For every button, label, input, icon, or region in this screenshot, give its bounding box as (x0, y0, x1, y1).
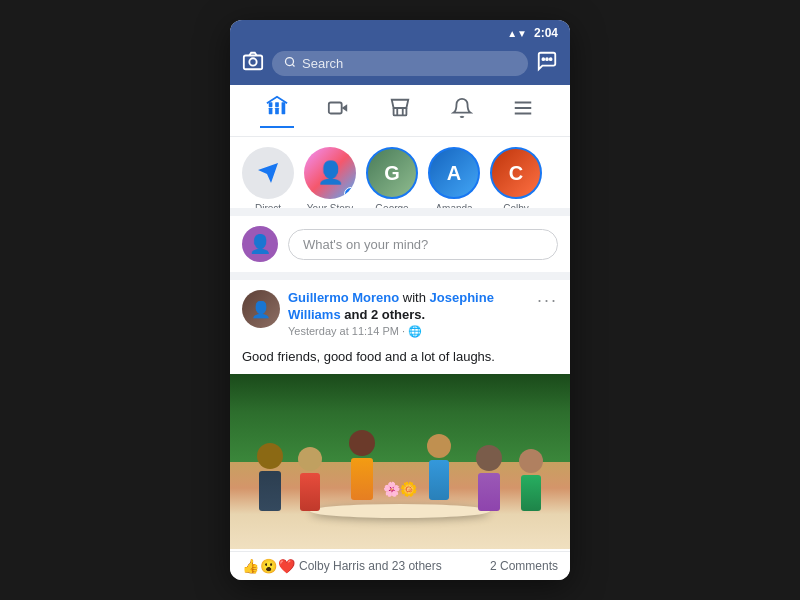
notifications-nav-icon[interactable] (445, 95, 479, 126)
direct-story-item[interactable]: Direct (242, 147, 294, 214)
current-user-avatar: 👤 (242, 226, 278, 262)
post-header: 👤 Guillermo Moreno with Josephine Willia… (230, 280, 570, 344)
post-text-content: Good friends, good food and a lot of lau… (230, 344, 570, 374)
nav-bar: Search (230, 44, 570, 85)
globe-icon: 🌐 (408, 325, 422, 338)
search-icon (284, 56, 296, 71)
create-post-bar[interactable]: 👤 What's on your mind? (230, 216, 570, 280)
camera-button[interactable] (242, 50, 264, 77)
colby-story-item[interactable]: C Colby (490, 147, 542, 214)
direct-label: Direct (255, 203, 281, 214)
stories-row: Direct 👤 + Your Story G George A Amanda (230, 137, 570, 216)
phone-frame: ▲▼ 2:04 Search (230, 20, 570, 580)
signal-icon: ▲▼ (507, 28, 527, 39)
messenger-button[interactable] (536, 50, 558, 77)
svg-rect-11 (329, 103, 342, 114)
your-story-avatar: 👤 + (304, 147, 356, 199)
post-options-button[interactable]: ··· (537, 290, 558, 311)
marketplace-nav-icon[interactable] (383, 95, 417, 126)
add-story-badge: + (344, 187, 356, 199)
colby-story-avatar: C (490, 147, 542, 199)
svg-rect-9 (275, 108, 279, 114)
reactions-count: Colby Harris and 23 others (299, 559, 442, 573)
post-user-info: 👤 Guillermo Moreno with Josephine Willia… (242, 290, 537, 338)
like-emoji: 👍 (242, 558, 259, 574)
icon-nav-row (230, 85, 570, 137)
your-story-label: Your Story (307, 203, 353, 214)
svg-rect-6 (269, 102, 273, 107)
search-placeholder-text: Search (302, 56, 343, 71)
amanda-story-label: Amanda (435, 203, 472, 214)
amanda-story-item[interactable]: A Amanda (428, 147, 480, 214)
post-author-name: Guillermo Moreno with Josephine Williams… (288, 290, 537, 324)
post-author-avatar: 👤 (242, 290, 280, 328)
comments-count[interactable]: 2 Comments (490, 559, 558, 573)
svg-rect-7 (275, 102, 279, 107)
post-meta: Guillermo Moreno with Josephine Williams… (288, 290, 537, 338)
video-nav-icon[interactable] (321, 95, 355, 126)
post-reactions-bar: 👍 😮 ❤️ Colby Harris and 23 others 2 Comm… (230, 551, 570, 580)
svg-point-4 (546, 58, 548, 60)
menu-nav-icon[interactable] (506, 95, 540, 126)
post-image: 🌸🌼 (230, 374, 570, 549)
create-post-input[interactable]: What's on your mind? (288, 229, 558, 260)
svg-rect-10 (281, 102, 285, 114)
status-icons: ▲▼ 2:04 (507, 26, 558, 40)
george-story-item[interactable]: G George (366, 147, 418, 214)
home-nav-icon[interactable] (260, 93, 294, 128)
reactions-left[interactable]: 👍 😮 ❤️ Colby Harris and 23 others (242, 558, 442, 574)
svg-point-1 (249, 58, 256, 65)
reaction-emojis: 👍 😮 ❤️ (242, 558, 295, 574)
status-bar: ▲▼ 2:04 (230, 20, 570, 44)
svg-rect-8 (269, 108, 273, 114)
svg-point-2 (286, 58, 294, 66)
george-story-label: George (375, 203, 408, 214)
svg-point-3 (542, 58, 544, 60)
wow-emoji: 😮 (260, 558, 277, 574)
direct-button[interactable] (242, 147, 294, 199)
post-timestamp: Yesterday at 11:14 PM · 🌐 (288, 325, 537, 338)
colby-story-label: Colby (503, 203, 529, 214)
your-story-item[interactable]: 👤 + Your Story (304, 147, 356, 214)
search-bar[interactable]: Search (272, 51, 528, 76)
time-display: 2:04 (534, 26, 558, 40)
george-story-avatar: G (366, 147, 418, 199)
amanda-story-avatar: A (428, 147, 480, 199)
heart-emoji: ❤️ (278, 558, 295, 574)
post-card: 👤 Guillermo Moreno with Josephine Willia… (230, 280, 570, 580)
svg-point-5 (550, 58, 552, 60)
